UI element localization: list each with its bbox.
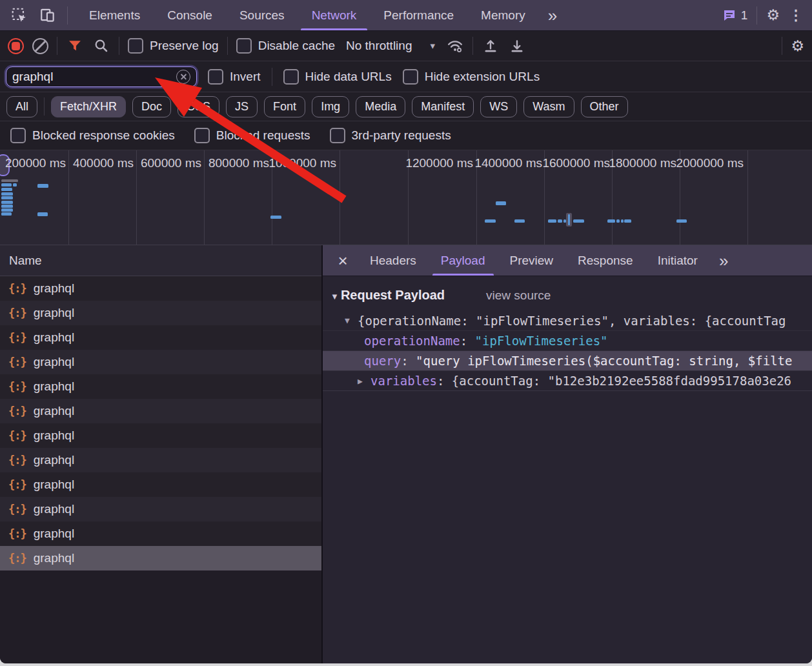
tab-memory[interactable]: Memory [467, 0, 539, 30]
filter-chip-all[interactable]: All [6, 96, 37, 117]
disable-cache-checkbox[interactable] [236, 38, 252, 54]
payload-text: {operationName: "ipFlowTimeseries", vari… [358, 314, 786, 328]
hide-extension-urls-checkbox[interactable] [403, 69, 418, 85]
throttling-dropdown[interactable]: No throttling ▾ [343, 39, 438, 53]
details-tab-headers[interactable]: Headers [358, 245, 429, 276]
devtools-tabbar: ElementsConsoleSourcesNetworkPerformance… [0, 0, 812, 31]
filter-chip-css[interactable]: CSS [178, 96, 219, 117]
inspect-element-icon[interactable] [10, 6, 28, 25]
network-options-row: Blocked response cookies Blocked request… [0, 121, 812, 150]
filter-chip-img[interactable]: Img [312, 96, 349, 117]
name-column-header[interactable]: Name [0, 245, 321, 276]
tab-performance[interactable]: Performance [370, 0, 467, 30]
network-conditions-icon[interactable] [446, 37, 464, 55]
request-row[interactable]: {:}graphql [0, 301, 321, 325]
timeline-tick-label: 1000000 ms [269, 156, 336, 170]
name-column-label: Name [9, 254, 42, 268]
request-row[interactable]: {:}graphql [0, 472, 321, 497]
more-tabs-icon[interactable]: » [539, 7, 566, 24]
filter-chip-manifest[interactable]: Manifest [412, 96, 474, 117]
filter-chip-font[interactable]: Font [264, 96, 305, 117]
request-row[interactable]: {:}graphql [0, 546, 321, 570]
request-row[interactable]: {:}graphql [0, 276, 321, 301]
device-toolbar-icon[interactable] [39, 6, 57, 25]
request-row[interactable]: {:}graphql [0, 521, 321, 546]
tab-elements[interactable]: Elements [76, 0, 154, 30]
disclosure-expanded-icon[interactable]: ▼ [345, 316, 358, 325]
more-details-tabs-icon[interactable]: » [710, 252, 737, 269]
preserve-log-checkbox[interactable] [128, 38, 143, 54]
request-row[interactable]: {:}graphql [0, 325, 321, 350]
filter-chip-other[interactable]: Other [581, 96, 628, 117]
timeline-gridline [136, 150, 137, 245]
details-tab-initiator[interactable]: Initiator [645, 245, 710, 276]
payload-tree-row[interactable]: query: "query ipFlowTimeseries($accountT… [323, 350, 812, 370]
payload-text: : [460, 334, 475, 348]
request-payload-section-header[interactable]: ▼ Request Payload view source [323, 285, 812, 310]
request-name: graphql [34, 379, 74, 394]
timeline-tick-label: 1200000 ms [405, 156, 473, 170]
network-overview-timeline[interactable]: 200000 ms400000 ms600000 ms800000 ms1000… [0, 150, 812, 245]
clear-network-log-button[interactable] [32, 38, 48, 54]
timeline-request-bar [1, 183, 12, 187]
hide-data-urls-checkbox[interactable] [283, 69, 299, 85]
details-tab-preview[interactable]: Preview [498, 245, 566, 276]
details-tab-response[interactable]: Response [565, 245, 645, 276]
timeline-request-bar [37, 212, 48, 216]
toolbar-divider [119, 37, 119, 55]
timeline-tick-label: 800000 ms [208, 156, 269, 170]
request-row[interactable]: {:}graphql [0, 399, 321, 423]
hide-data-urls-label: Hide data URLs [305, 70, 392, 84]
throttling-value: No throttling [346, 39, 412, 53]
network-settings-gear-icon[interactable]: ⚙ [791, 39, 804, 54]
section-expanded-icon[interactable]: ▼ [330, 292, 339, 301]
payload-tree-row[interactable]: ▼{operationName: "ipFlowTimeseries", var… [323, 310, 812, 330]
timeline-request-bar [1, 196, 13, 199]
request-row[interactable]: {:}graphql [0, 497, 321, 521]
timeline-request-bar [1, 188, 12, 191]
blocked-requests-checkbox[interactable] [194, 128, 210, 143]
timeline-request-bar [1, 179, 18, 182]
network-main-area: Name {:}graphql{:}graphql{:}graphql{:}gr… [0, 245, 812, 663]
filter-chip-wasm[interactable]: Wasm [523, 96, 574, 117]
request-row[interactable]: {:}graphql [0, 350, 321, 374]
filter-chip-fetch-xhr[interactable]: Fetch/XHR [51, 96, 126, 117]
payload-tree-row[interactable]: ▶variables: {accountTag: "b12e3b2192ee55… [323, 370, 812, 390]
search-icon[interactable] [92, 37, 110, 55]
disclosure-collapsed-icon[interactable]: ▶ [358, 376, 370, 386]
filter-chip-doc[interactable]: Doc [132, 96, 171, 117]
request-row[interactable]: {:}graphql [0, 374, 321, 399]
tab-console[interactable]: Console [154, 0, 226, 30]
timeline-gridline [68, 150, 69, 245]
timeline-request-bar [37, 184, 48, 188]
invert-checkbox[interactable] [208, 69, 223, 85]
export-har-icon[interactable] [508, 37, 526, 55]
issues-message-button[interactable]: 1 [722, 8, 748, 23]
view-source-link[interactable]: view source [486, 288, 551, 303]
clear-filter-icon[interactable] [176, 70, 190, 84]
filter-funnel-icon[interactable] [66, 37, 84, 55]
record-network-log-button[interactable] [8, 38, 24, 54]
filter-chip-ws[interactable]: WS [480, 96, 517, 117]
request-payload-title: Request Payload [341, 288, 445, 303]
kebab-menu-icon[interactable]: ⋮ [789, 8, 803, 23]
details-tab-payload[interactable]: Payload [429, 245, 498, 276]
filter-chip-js[interactable]: JS [226, 96, 258, 117]
request-name: graphql [34, 527, 74, 541]
third-party-requests-checkbox[interactable] [330, 128, 345, 143]
settings-gear-icon[interactable]: ⚙ [766, 8, 780, 23]
request-row[interactable]: {:}graphql [0, 448, 321, 472]
import-har-icon[interactable] [482, 37, 500, 55]
blocked-cookies-checkbox[interactable] [10, 128, 26, 143]
tab-sources[interactable]: Sources [226, 0, 298, 30]
filter-searchbox [6, 66, 197, 87]
message-count: 1 [741, 8, 748, 23]
filter-chip-media[interactable]: Media [356, 96, 405, 117]
tab-network[interactable]: Network [298, 0, 370, 30]
timeline-request-bar [1, 192, 13, 196]
toolbar-divider [756, 6, 757, 25]
filter-input[interactable] [12, 70, 176, 84]
close-details-icon[interactable]: × [328, 252, 358, 269]
payload-tree-row[interactable]: operationName: "ipFlowTimeseries" [323, 330, 812, 350]
request-row[interactable]: {:}graphql [0, 423, 321, 448]
